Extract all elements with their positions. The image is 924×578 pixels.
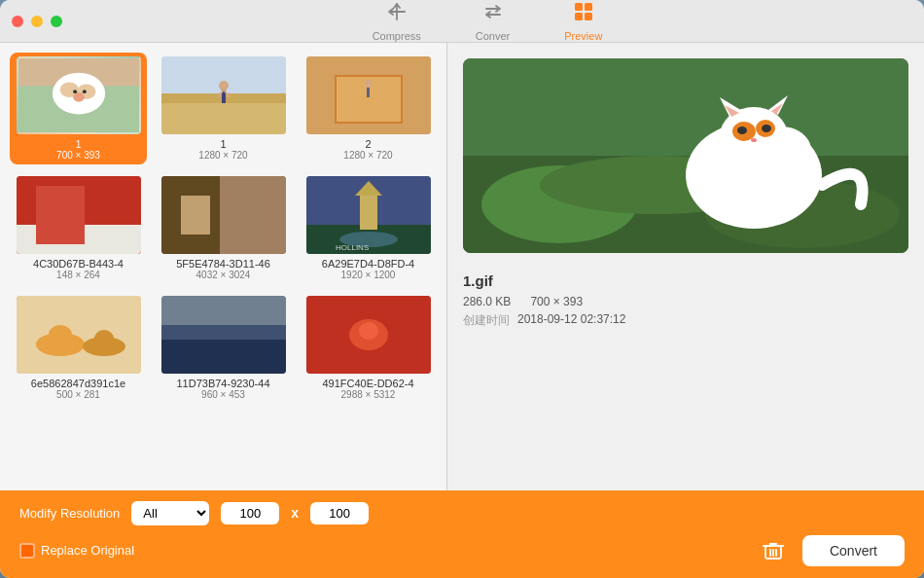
left-panel: 1 700 × 393 — [0, 43, 447, 490]
svg-rect-2 — [575, 13, 583, 20]
image-name: 1 — [198, 138, 247, 150]
tab-conver-label: Conver — [476, 30, 510, 42]
toolbar-row2: Replace Original Convert — [19, 533, 905, 568]
svg-rect-0 — [575, 3, 583, 11]
main-content: 1 700 × 393 — [0, 43, 924, 490]
image-name: 1 — [56, 138, 100, 150]
bottom-toolbar: Modify Resolution All x Replace Original — [0, 490, 924, 578]
image-meta: 5F5E4784-3D11-46 4032 × 3024 — [176, 258, 270, 280]
tab-compress[interactable]: Compress — [365, 0, 429, 46]
resolution-select[interactable]: All — [131, 501, 209, 525]
image-thumbnail — [161, 56, 286, 134]
file-details-row: 286.0 KB 700 × 393 — [463, 295, 908, 308]
svg-point-21 — [365, 80, 373, 88]
image-meta: 491FC40E-DD62-4 2988 × 5312 — [322, 378, 413, 400]
x-separator-icon: x — [291, 505, 299, 521]
image-name: 5F5E4784-3D11-46 — [176, 258, 270, 270]
svg-rect-25 — [36, 186, 85, 244]
app-window: Compress Conver — [0, 0, 924, 578]
svg-rect-1 — [585, 3, 592, 11]
image-size: 148 × 264 — [33, 270, 124, 280]
image-size: 700 × 393 — [56, 150, 100, 161]
image-name: 4C30D67B-B443-4 — [33, 258, 124, 270]
toolbar-row1: Modify Resolution All x — [19, 501, 905, 525]
image-thumbnail — [161, 176, 286, 254]
svg-rect-13 — [161, 100, 286, 134]
filesize-item: 286.0 KB — [463, 295, 511, 308]
image-grid: 1 700 × 393 — [10, 53, 437, 404]
modify-resolution-label: Modify Resolution — [19, 506, 120, 521]
svg-point-10 — [73, 90, 77, 93]
image-size: 960 × 453 — [176, 389, 269, 400]
image-thumbnail — [306, 56, 431, 134]
toolbar-actions: Convert — [756, 533, 905, 568]
svg-rect-28 — [220, 176, 286, 254]
maximize-button[interactable] — [51, 16, 62, 27]
compress-icon — [386, 1, 408, 27]
titlebar: Compress Conver — [0, 0, 924, 43]
list-item[interactable]: 11D73B74-9230-44 960 × 453 — [155, 292, 292, 404]
svg-rect-36 — [17, 296, 141, 374]
traffic-lights — [12, 16, 62, 27]
right-panel: 1.gif 286.0 KB 700 × 393 创建时间 2018-09-12… — [447, 43, 924, 490]
replace-original-checkbox[interactable]: Replace Original — [19, 543, 134, 559]
created-value: 2018-09-12 02:37:12 — [517, 312, 625, 329]
image-thumbnail: HOLLINS — [306, 176, 431, 254]
svg-point-38 — [49, 325, 72, 344]
image-meta: 1 1280 × 720 — [198, 138, 247, 161]
dimensions-item: 700 × 393 — [530, 295, 583, 308]
image-name: 491FC40E-DD62-4 — [322, 378, 413, 389]
list-item[interactable]: HOLLINS 6A29E7D4-D8FD-4 1920 × 1200 — [300, 172, 437, 284]
image-name: 6e5862847d391c1e — [31, 378, 125, 389]
image-name: 6A29E7D4-D8FD-4 — [322, 258, 414, 270]
image-name: 11D73B74-9230-44 — [176, 378, 269, 389]
preview-image-container — [463, 58, 908, 253]
list-item[interactable]: 1 1280 × 720 — [155, 53, 292, 164]
image-size: 4032 × 3024 — [176, 270, 270, 280]
preview-icon — [573, 1, 594, 27]
list-item[interactable]: 2 1280 × 720 — [300, 53, 437, 164]
file-info: 1.gif 286.0 KB 700 × 393 创建时间 2018-09-12… — [463, 265, 908, 337]
image-thumbnail — [161, 296, 286, 374]
svg-rect-43 — [161, 325, 286, 340]
svg-rect-3 — [585, 13, 592, 20]
image-size: 1280 × 720 — [198, 150, 247, 161]
image-meta: 1 700 × 393 — [56, 138, 100, 161]
svg-point-63 — [762, 125, 771, 132]
width-input[interactable] — [221, 502, 279, 524]
image-size: 1920 × 1200 — [322, 270, 414, 280]
dimensions-value: 700 × 393 — [530, 295, 583, 308]
minimize-button[interactable] — [31, 16, 43, 27]
tab-preview[interactable]: Preview — [556, 0, 610, 46]
image-name: 2 — [343, 138, 392, 150]
image-meta: 6e5862847d391c1e 500 × 281 — [31, 378, 125, 400]
image-meta: 11D73B74-9230-44 960 × 453 — [176, 378, 269, 400]
replace-original-label: Replace Original — [41, 543, 134, 558]
checkbox-icon — [19, 543, 35, 559]
list-item[interactable]: 6e5862847d391c1e 500 × 281 — [10, 292, 147, 404]
tab-conver[interactable]: Conver — [468, 0, 517, 46]
list-item[interactable]: 5F5E4784-3D11-46 4032 × 3024 — [155, 172, 292, 284]
image-thumbnail — [17, 56, 141, 134]
delete-button[interactable] — [756, 533, 791, 568]
image-size: 500 × 281 — [31, 389, 125, 400]
list-item[interactable]: 4C30D67B-B443-4 148 × 264 — [10, 172, 147, 284]
svg-point-11 — [82, 90, 86, 93]
conver-icon — [482, 1, 504, 27]
svg-text:HOLLINS: HOLLINS — [336, 243, 369, 252]
svg-point-40 — [94, 330, 114, 347]
svg-rect-32 — [360, 196, 377, 230]
height-input[interactable] — [310, 502, 369, 524]
image-size: 1280 × 720 — [343, 150, 392, 161]
convert-button[interactable]: Convert — [802, 535, 905, 566]
tab-compress-label: Compress — [373, 30, 421, 42]
list-item[interactable]: 491FC40E-DD62-4 2988 × 5312 — [300, 292, 437, 404]
tab-preview-label: Preview — [564, 30, 602, 42]
close-button[interactable] — [12, 16, 23, 27]
list-item[interactable]: 1 700 × 393 — [10, 53, 147, 164]
image-thumbnail — [306, 296, 431, 374]
svg-rect-22 — [367, 88, 370, 97]
svg-point-15 — [219, 81, 229, 90]
svg-point-64 — [751, 138, 757, 142]
svg-point-9 — [73, 92, 85, 102]
